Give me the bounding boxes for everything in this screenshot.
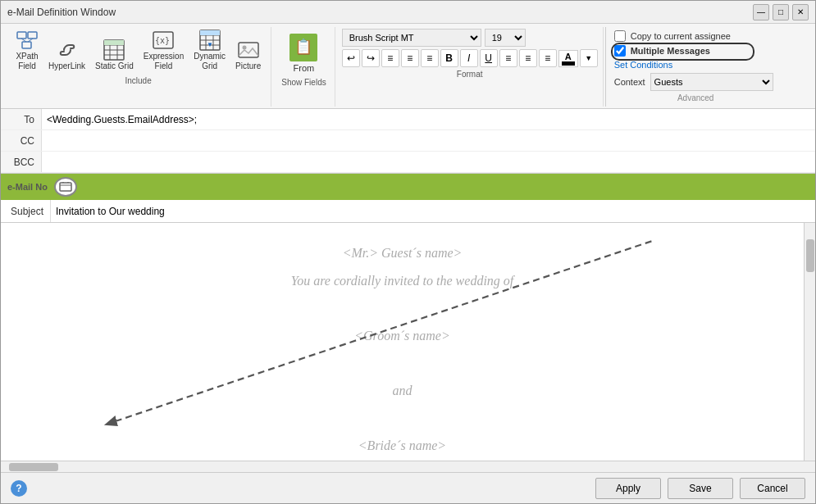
vertical-scrollbar[interactable]: [804, 223, 815, 461]
redo-button[interactable]: ↪: [362, 49, 380, 67]
to-row: To: [1, 109, 815, 130]
xpath-icon: [16, 29, 39, 52]
static-grid-icon: [103, 39, 125, 61]
svg-rect-11: [104, 40, 124, 45]
picture-icon: [237, 39, 260, 61]
footer-buttons: Apply Save Cancel: [595, 478, 805, 499]
from-button[interactable]: 📋 ≡ From: [281, 29, 326, 77]
format-row1: Brush Script MT 19: [342, 29, 598, 47]
color-dropdown-button[interactable]: ▼: [580, 49, 598, 67]
advanced-section-label: Advanced: [614, 93, 777, 103]
svg-text:{x}: {x}: [155, 36, 170, 45]
window-controls: — □ ✕: [753, 4, 809, 20]
align-right-button[interactable]: ≡: [421, 49, 439, 67]
hyperlink-button[interactable]: HyperLink: [45, 37, 89, 73]
align-center-button[interactable]: ≡: [401, 49, 419, 67]
email-fields: To CC BCC: [1, 109, 815, 174]
svg-text:▼: ▼: [207, 41, 213, 48]
email-no-label: e-Mail No: [7, 182, 48, 192]
cc-row: CC: [1, 130, 815, 152]
to-input[interactable]: [42, 109, 815, 129]
indent-button[interactable]: ≡: [519, 49, 537, 67]
outdent-button[interactable]: ≡: [539, 49, 557, 67]
italic-button[interactable]: I: [460, 49, 478, 67]
undo-button[interactable]: ↩: [342, 49, 360, 67]
list-button[interactable]: ≡: [499, 49, 517, 67]
show-fields-label: Show Fields: [281, 77, 326, 89]
bcc-label: BCC: [1, 152, 42, 172]
svg-rect-22: [239, 43, 258, 57]
dynamic-grid-button[interactable]: ▼ DynamicGrid: [190, 27, 229, 73]
horizontal-scrollbar[interactable]: [1, 461, 815, 472]
svg-rect-2: [22, 42, 31, 48]
expression-field-button[interactable]: {x} ExpressionField: [140, 27, 187, 73]
ribbon-toolbar: XPathField HyperLink: [1, 24, 815, 108]
subject-input[interactable]: [50, 200, 815, 222]
expression-label: ExpressionField: [144, 52, 184, 71]
content-area: <Mr.> Guest´s name> You are cordially in…: [1, 223, 815, 461]
bold-button[interactable]: B: [440, 49, 458, 67]
minimize-button[interactable]: —: [753, 4, 769, 20]
multiple-messages-checkbox[interactable]: [614, 45, 626, 57]
body-line-6: and: [34, 377, 771, 405]
save-button[interactable]: Save: [668, 478, 733, 499]
email-body[interactable]: <Mr.> Guest´s name> You are cordially in…: [1, 223, 804, 461]
body-line-2: You are cordially invited to the wedding…: [34, 267, 771, 295]
hyperlink-label: HyperLink: [48, 61, 85, 71]
font-select[interactable]: Brush Script MT: [342, 29, 481, 47]
svg-text:≡: ≡: [300, 39, 307, 52]
copy-to-assignee-label: Copy to current assignee: [631, 31, 731, 41]
context-select[interactable]: Guests: [650, 73, 773, 91]
dynamic-grid-icon: ▼: [198, 29, 221, 52]
xpath-field-button[interactable]: XPathField: [12, 27, 42, 73]
expression-icon: {x}: [152, 29, 175, 52]
from-icon: 📋 ≡: [288, 32, 319, 63]
svg-rect-1: [28, 32, 37, 39]
h-scroll-thumb[interactable]: [9, 463, 58, 471]
format-group: Brush Script MT 19 ↩ ↪ ≡ ≡ ≡ B I U ≡: [337, 27, 604, 107]
body-line-1: <Mr.> Guest´s name>: [34, 239, 771, 267]
set-conditions-link[interactable]: Set Conditions: [614, 60, 673, 70]
window-title: e-Mail Definition Window: [7, 7, 116, 18]
help-label: ?: [16, 483, 21, 494]
color-swatch: [562, 61, 575, 66]
format-row2: ↩ ↪ ≡ ≡ ≡ B I U ≡ ≡ ≡ A ▼: [342, 49, 598, 67]
dynamic-grid-label: DynamicGrid: [194, 52, 226, 71]
underline-button[interactable]: U: [480, 49, 498, 67]
size-select[interactable]: 19: [485, 29, 526, 47]
title-bar: e-Mail Definition Window — □ ✕: [1, 1, 815, 24]
xpath-label: XPathField: [16, 52, 38, 71]
bcc-input[interactable]: [42, 152, 815, 172]
static-grid-button[interactable]: Static Grid: [92, 37, 137, 73]
body-line-4: <Groom´s name>: [34, 322, 771, 350]
email-no-button[interactable]: [54, 177, 77, 197]
color-letter: A: [565, 52, 572, 61]
bcc-row: BCC: [1, 152, 815, 173]
picture-button[interactable]: Picture: [232, 37, 264, 73]
main-window: e-Mail Definition Window — □ ✕: [0, 0, 816, 504]
to-label: To: [1, 109, 42, 129]
close-button[interactable]: ✕: [792, 4, 809, 20]
maximize-button[interactable]: □: [773, 4, 789, 20]
align-left-button[interactable]: ≡: [381, 49, 399, 67]
multiple-messages-row: Multiple Messages: [614, 45, 777, 57]
cancel-button[interactable]: Cancel: [740, 478, 805, 499]
help-icon[interactable]: ?: [11, 480, 27, 497]
set-conditions-row: Set Conditions: [614, 60, 777, 70]
body-content: <Mr.> Guest´s name> You are cordially in…: [34, 239, 771, 461]
body-line-8: <Bride´s name>: [34, 432, 771, 460]
include-group: XPathField HyperLink: [6, 27, 271, 107]
svg-point-23: [242, 46, 246, 50]
apply-button[interactable]: Apply: [595, 478, 661, 499]
hyperlink-icon: [56, 39, 79, 61]
copy-to-assignee-checkbox[interactable]: [614, 30, 626, 42]
scroll-thumb[interactable]: [806, 239, 814, 272]
color-picker-button[interactable]: A: [558, 50, 578, 67]
svg-rect-0: [17, 32, 26, 39]
format-section-label: Format: [342, 69, 598, 80]
body-line-9: [34, 460, 771, 461]
include-items: XPathField HyperLink: [12, 27, 264, 73]
multiple-messages-label: Multiple Messages: [631, 46, 710, 56]
static-grid-label: Static Grid: [95, 61, 134, 71]
cc-input[interactable]: [42, 130, 815, 151]
